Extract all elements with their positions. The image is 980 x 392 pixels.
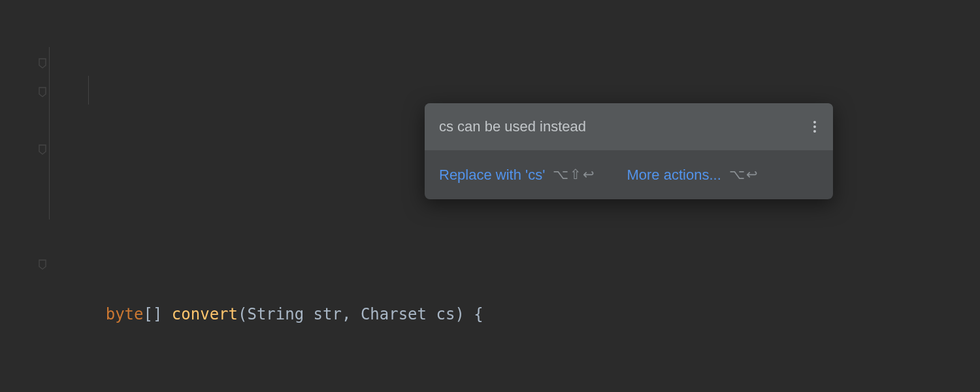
more-vertical-icon[interactable] — [811, 118, 819, 135]
more-actions-link[interactable]: More actions... — [627, 162, 721, 188]
indent-guide — [88, 76, 89, 105]
paren-open: ( — [238, 305, 247, 323]
comma: , — [342, 305, 361, 323]
gutter-marker-icon — [0, 51, 9, 63]
param-name: str — [304, 305, 342, 323]
keyword-byte: byte — [106, 305, 144, 323]
method-name: convert — [172, 305, 238, 323]
gutter-marker-icon — [0, 223, 9, 235]
indent-guide — [49, 47, 50, 220]
param-name: cs — [427, 305, 455, 323]
paren-close: ) — [455, 305, 464, 323]
shortcut-hint: ⌥⇧↩ — [553, 162, 595, 187]
param-type: String — [247, 305, 304, 323]
inspection-popup: cs can be used instead Replace with 'cs'… — [425, 103, 833, 199]
shortcut-hint: ⌥↩ — [729, 162, 759, 187]
inspection-message: cs can be used instead — [439, 114, 586, 140]
brackets: [] — [144, 305, 163, 323]
param-type: Charset — [361, 305, 427, 323]
brace-open: { — [465, 305, 483, 323]
gutter-marker-icon — [0, 108, 9, 120]
gutter-marker-icon — [0, 22, 9, 34]
popup-actions-row: Replace with 'cs' ⌥⇧↩ More actions... ⌥↩ — [425, 150, 833, 200]
code-line[interactable]: byte[] convert(String str, Charset cs) { — [13, 301, 980, 329]
popup-header: cs can be used instead — [425, 103, 833, 150]
replace-action-link[interactable]: Replace with 'cs' — [439, 162, 545, 188]
